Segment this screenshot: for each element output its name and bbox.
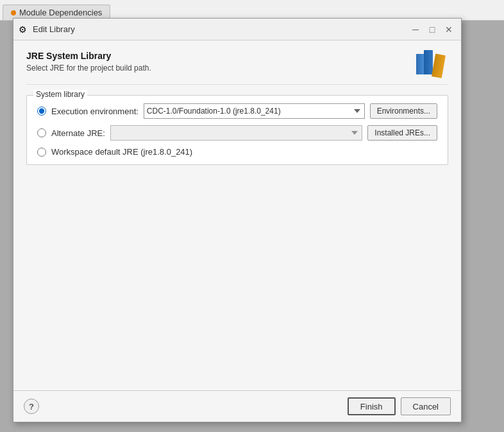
- dialog-footer: ? Finish Cancel: [13, 390, 461, 422]
- books-icon: [416, 48, 448, 76]
- execution-env-label: Execution environment:: [51, 107, 139, 116]
- edit-library-dialog: ⚙ Edit Library ─ □ ✕ JRE System Library …: [13, 18, 462, 422]
- minimize-button[interactable]: ─: [408, 22, 423, 37]
- tab-label: Module Dependencies: [19, 8, 102, 17]
- library-subtitle: Select JRE for the project build path.: [26, 64, 151, 73]
- execution-env-row: Execution environment: CDC-1.0/Foundatio…: [37, 103, 437, 119]
- finish-button[interactable]: Finish: [348, 397, 396, 415]
- title-bar-controls: ─ □ ✕: [408, 22, 456, 37]
- execution-env-select[interactable]: CDC-1.0/Foundation-1.0 (jre1.8.0_241): [144, 103, 365, 119]
- help-button[interactable]: ?: [24, 399, 39, 414]
- dialog-header: JRE System Library Select JRE for the pr…: [26, 51, 448, 85]
- footer-left: ?: [24, 399, 39, 414]
- tab-dot-icon: [11, 10, 16, 15]
- workspace-default-radio[interactable]: [37, 148, 46, 157]
- cancel-button[interactable]: Cancel: [401, 397, 451, 415]
- alternate-jre-row: Alternate JRE: Installed JREs...: [37, 125, 437, 141]
- workspace-default-label: Workspace default JRE (jre1.8.0_241): [51, 147, 192, 157]
- dialog-title-icon: ⚙: [19, 24, 29, 35]
- library-title: JRE System Library: [26, 51, 151, 61]
- execution-env-radio[interactable]: [37, 107, 46, 116]
- installed-jres-button[interactable]: Installed JREs...: [367, 125, 437, 141]
- title-bar-left: ⚙ Edit Library: [19, 24, 75, 35]
- environments-button[interactable]: Environments...: [370, 103, 437, 119]
- workspace-default-row: Workspace default JRE (jre1.8.0_241): [37, 147, 437, 157]
- book2: [424, 50, 433, 74]
- header-text: JRE System Library Select JRE for the pr…: [26, 51, 151, 73]
- maximize-button[interactable]: □: [425, 22, 439, 37]
- alternate-jre-select[interactable]: [110, 125, 362, 141]
- alternate-jre-radio[interactable]: [37, 128, 46, 137]
- group-legend: System library: [33, 90, 87, 99]
- system-library-group: System library Execution environment: CD…: [26, 95, 448, 165]
- dialog-content: JRE System Library Select JRE for the pr…: [13, 40, 461, 390]
- book3: [432, 54, 446, 78]
- footer-right: Finish Cancel: [348, 397, 451, 415]
- dialog-title-bar: ⚙ Edit Library ─ □ ✕: [13, 19, 461, 40]
- alternate-jre-label: Alternate JRE:: [51, 128, 105, 138]
- close-button[interactable]: ✕: [442, 22, 456, 37]
- content-spacer: [26, 175, 448, 380]
- dialog-title-text: Edit Library: [33, 24, 75, 34]
